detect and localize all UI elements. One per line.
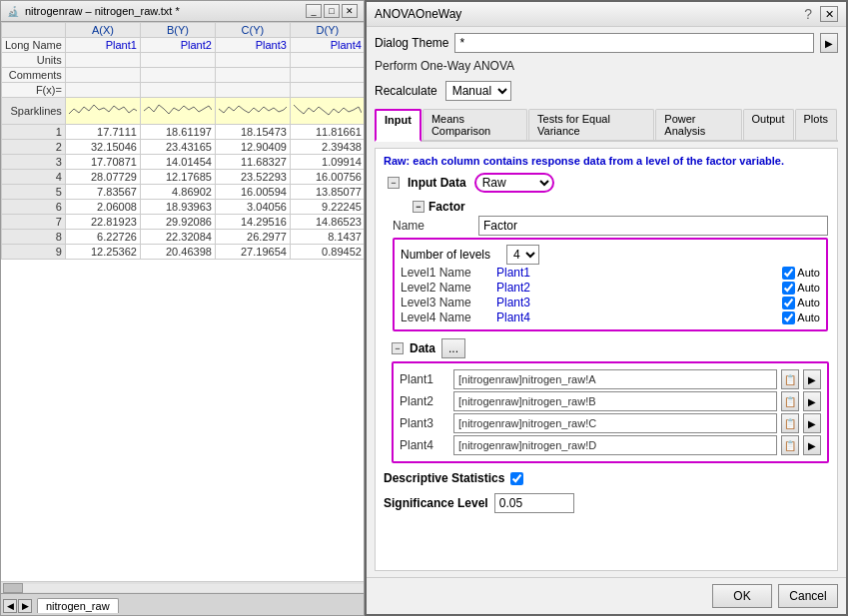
cell-7d[interactable]: 14.86523 (290, 215, 364, 230)
cell-1c[interactable]: 18.15473 (215, 125, 290, 140)
theme-input[interactable] (454, 33, 814, 53)
cell-2b[interactable]: 23.43165 (140, 140, 215, 155)
factor-collapse-btn[interactable]: − (413, 201, 424, 213)
sheet-right-arrow[interactable]: ▶ (18, 599, 32, 613)
cell-2a[interactable]: 32.15046 (65, 140, 140, 155)
cell-8c[interactable]: 26.2977 (215, 230, 290, 245)
cell-6b[interactable]: 18.93963 (140, 200, 215, 215)
cell-6d[interactable]: 9.22245 (290, 200, 364, 215)
theme-arrow-btn[interactable]: ▶ (820, 33, 838, 53)
units-a[interactable] (65, 53, 140, 68)
cell-9d[interactable]: 0.89452 (290, 245, 364, 260)
cell-4c[interactable]: 23.52293 (215, 170, 290, 185)
long-name-d[interactable]: Plant4 (290, 38, 364, 53)
long-name-b[interactable]: Plant2 (140, 38, 215, 53)
comments-b[interactable] (140, 68, 215, 83)
fx-a[interactable] (65, 83, 140, 98)
cell-6c[interactable]: 3.04056 (215, 200, 290, 215)
level4-value[interactable]: Plant4 (496, 310, 530, 324)
cell-9a[interactable]: 12.25362 (65, 245, 140, 260)
long-name-c[interactable]: Plant3 (215, 38, 290, 53)
data-collapse-btn[interactable]: − (392, 342, 404, 354)
cell-8a[interactable]: 6.22726 (65, 230, 140, 245)
level2-value[interactable]: Plant2 (496, 281, 530, 295)
data-select-btn-plant3[interactable]: 📋 (781, 413, 799, 433)
data-input-plant4[interactable] (453, 435, 777, 455)
cell-7a[interactable]: 22.81923 (65, 215, 140, 230)
level1-value[interactable]: Plant1 (496, 266, 530, 280)
title-bar-controls[interactable]: _ □ ✕ (306, 4, 358, 18)
ok-button[interactable]: OK (712, 584, 772, 608)
fx-b[interactable] (140, 83, 215, 98)
recalculate-select[interactable]: Manual Auto (445, 81, 511, 101)
cell-7c[interactable]: 14.29516 (215, 215, 290, 230)
cell-5a[interactable]: 7.83567 (65, 185, 140, 200)
cell-1d[interactable]: 11.81661 (290, 125, 364, 140)
sheet-tab-nitrogen[interactable]: nitrogen_raw (37, 598, 119, 613)
factor-name-input[interactable] (478, 216, 828, 236)
col-header-c[interactable]: C(Y) (215, 23, 290, 38)
cell-3c[interactable]: 11.68327 (215, 155, 290, 170)
data-select-btn-plant2[interactable]: 📋 (781, 391, 799, 411)
level2-auto-checkbox[interactable] (782, 282, 795, 295)
data-arrow-btn-plant1[interactable]: ▶ (803, 369, 821, 389)
sheet-scroll-arrows[interactable]: ◀ ▶ (3, 599, 32, 613)
minimize-btn[interactable]: _ (306, 4, 322, 18)
cell-2c[interactable]: 12.90409 (215, 140, 290, 155)
cell-6a[interactable]: 2.06008 (65, 200, 140, 215)
units-b[interactable] (140, 53, 215, 68)
units-c[interactable] (215, 53, 290, 68)
cell-3b[interactable]: 14.01454 (140, 155, 215, 170)
cell-2d[interactable]: 2.39438 (290, 140, 364, 155)
cell-1a[interactable]: 17.7111 (65, 125, 140, 140)
units-d[interactable] (290, 53, 364, 68)
data-dots-btn[interactable]: ... (441, 338, 465, 358)
level4-auto-checkbox[interactable] (782, 311, 795, 324)
col-header-d[interactable]: D(Y) (290, 23, 364, 38)
comments-d[interactable] (290, 68, 364, 83)
cell-3d[interactable]: 1.09914 (290, 155, 364, 170)
cell-5b[interactable]: 4.86902 (140, 185, 215, 200)
tab-equal-variance[interactable]: Tests for Equal Variance (528, 109, 654, 140)
data-arrow-btn-plant3[interactable]: ▶ (803, 413, 821, 433)
data-select-btn-plant1[interactable]: 📋 (781, 369, 799, 389)
cell-9c[interactable]: 27.19654 (215, 245, 290, 260)
comments-c[interactable] (215, 68, 290, 83)
h-scrollbar[interactable] (1, 581, 364, 593)
fx-c[interactable] (215, 83, 290, 98)
col-header-a[interactable]: A(X) (65, 23, 140, 38)
tab-input[interactable]: Input (375, 109, 422, 142)
cell-3a[interactable]: 17.70871 (65, 155, 140, 170)
level3-auto-checkbox[interactable] (782, 297, 795, 309)
data-input-plant3[interactable] (453, 413, 777, 433)
input-data-collapse-btn[interactable]: − (388, 177, 400, 189)
tab-output[interactable]: Output (743, 109, 794, 140)
cell-5d[interactable]: 13.85077 (290, 185, 364, 200)
data-arrow-btn-plant4[interactable]: ▶ (803, 435, 821, 455)
cell-4b[interactable]: 12.17685 (140, 170, 215, 185)
cell-8d[interactable]: 8.1437 (290, 230, 364, 245)
dialog-close-btn[interactable]: ✕ (820, 6, 838, 22)
significance-input[interactable] (494, 493, 574, 513)
data-select-btn-plant4[interactable]: 📋 (781, 435, 799, 455)
num-levels-select[interactable]: 2 3 4 5 (506, 245, 539, 265)
level1-auto-checkbox[interactable] (782, 267, 795, 280)
input-data-select[interactable]: Raw Indexed (474, 173, 554, 193)
data-input-plant2[interactable] (453, 391, 777, 411)
data-input-plant1[interactable] (453, 369, 777, 389)
close-btn[interactable]: ✕ (342, 4, 358, 18)
cell-7b[interactable]: 29.92086 (140, 215, 215, 230)
cell-8b[interactable]: 22.32084 (140, 230, 215, 245)
maximize-btn[interactable]: □ (324, 4, 340, 18)
tab-means-comparison[interactable]: Means Comparison (423, 109, 527, 140)
cell-5c[interactable]: 16.00594 (215, 185, 290, 200)
cell-1b[interactable]: 18.61197 (140, 125, 215, 140)
cell-4d[interactable]: 16.00756 (290, 170, 364, 185)
cell-4a[interactable]: 28.07729 (65, 170, 140, 185)
level3-value[interactable]: Plant3 (496, 296, 530, 309)
col-header-b[interactable]: B(Y) (140, 23, 215, 38)
sheet-left-arrow[interactable]: ◀ (3, 599, 17, 613)
data-arrow-btn-plant2[interactable]: ▶ (803, 391, 821, 411)
tab-power-analysis[interactable]: Power Analysis (655, 109, 741, 140)
tab-plots[interactable]: Plots (795, 109, 837, 140)
